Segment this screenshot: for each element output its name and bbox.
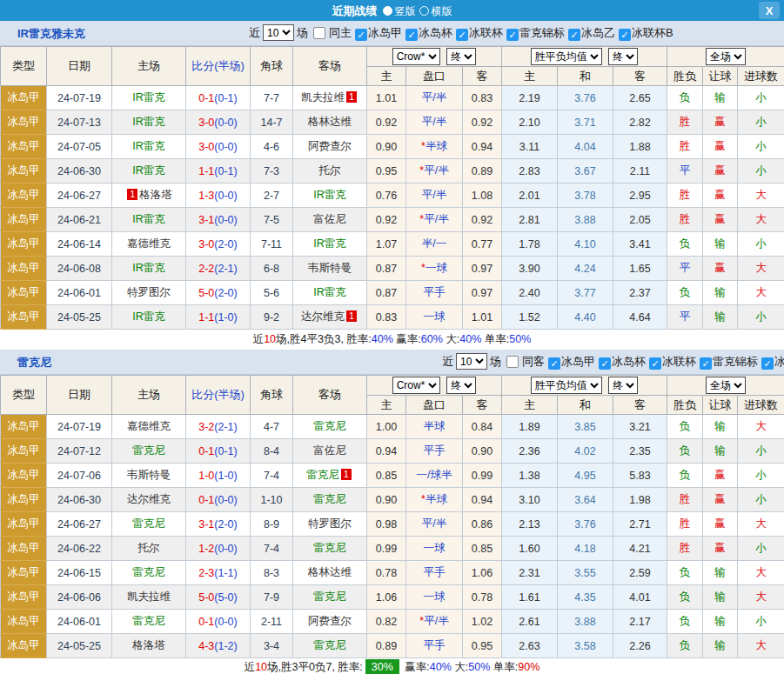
cell-eu-home: 2.10 [502, 110, 558, 135]
radio-unselected-icon[interactable] [419, 6, 429, 16]
cell-date: 24-06-27 [47, 184, 112, 208]
europe-type-select[interactable]: 胜平负均值 [531, 377, 602, 394]
europe-type-select[interactable]: 胜平负均值 [531, 48, 602, 65]
cell-home-team: IR雷克 [112, 86, 186, 110]
cell-handicap: 平手 [406, 281, 463, 305]
cell-handicap: 半球 [406, 415, 463, 439]
league-checkbox[interactable]: ✓ [599, 357, 611, 370]
cell-ah-home: 0.76 [367, 184, 406, 208]
league-checkbox[interactable]: ✓ [619, 29, 631, 41]
league-label[interactable]: 冰岛甲 [561, 355, 595, 368]
league-checkbox[interactable]: ✓ [355, 29, 367, 41]
close-button[interactable]: X [759, 2, 780, 19]
radio-horizontal-label[interactable]: 横版 [432, 5, 452, 17]
league-checkbox[interactable]: ✓ [761, 357, 774, 370]
europe-stage-select[interactable]: 终 [608, 377, 638, 394]
league-label[interactable]: 雷克锦标 [519, 26, 565, 39]
scope-select[interactable]: 全场 [706, 377, 746, 394]
cell-away-team: 雷克尼 [293, 415, 367, 439]
league-filter-item: ✓冰岛超 [761, 355, 784, 368]
cell-eu-home: 1.78 [502, 232, 558, 257]
league-label[interactable]: 冰岛杯 [612, 355, 646, 368]
cell-score: 3-2(2-1) [186, 415, 251, 439]
europe-odds-controls: 胜平负均值 终 [502, 376, 667, 396]
col-handicap: 盘口 [406, 67, 463, 86]
company-select[interactable]: Crow* [392, 48, 440, 65]
cell-home-team: 雷克尼 [112, 561, 186, 585]
cell-league-type: 冰岛甲 [1, 464, 47, 488]
cell-goals: 小 [738, 135, 784, 159]
same-away-label[interactable]: 同客 [522, 354, 545, 370]
cell-league-type: 冰岛甲 [1, 281, 47, 305]
matches-table-1: 类型 日期 主场 比分(半场) 角球 客场 Crow* 终 胜平负均值 终 [0, 46, 784, 330]
cell-ah-away: 0.97 [463, 281, 502, 305]
league-checkbox[interactable]: ✓ [649, 357, 661, 370]
cell-corner: 7-5 [251, 208, 293, 232]
league-checkbox[interactable]: ✓ [456, 29, 468, 41]
team1-filters: 近 10 场 同主 ✓冰岛甲✓冰岛杯✓冰联杯✓雷克锦标✓冰岛乙✓冰联杯B [249, 24, 673, 41]
league-checkbox[interactable]: ✓ [506, 29, 519, 41]
cell-handicap: *一球 [406, 257, 463, 281]
asian-stage-select[interactable]: 终 [446, 377, 476, 394]
cell-date: 24-07-19 [47, 86, 112, 110]
cell-league-type: 冰岛甲 [1, 305, 47, 330]
league-label[interactable]: 冰岛乙 [581, 26, 615, 39]
cell-eu-draw: 4.04 [558, 135, 613, 159]
league-checkbox[interactable]: ✓ [568, 29, 580, 41]
cell-eu-draw: 3.64 [558, 488, 613, 512]
cell-eu-home: 1.60 [502, 537, 558, 561]
cell-eu-home: 1.52 [502, 305, 558, 330]
cell-ah-home: 0.89 [367, 634, 406, 658]
col-goals: 进球数 [738, 396, 784, 415]
cell-ah-home: 0.92 [367, 208, 406, 232]
radio-vertical-label[interactable]: 竖版 [395, 5, 416, 17]
league-checkbox[interactable]: ✓ [548, 357, 560, 370]
cell-goals: 大 [738, 415, 784, 439]
title-bar: 近期战绩竖版横版 X [0, 0, 784, 21]
scope-controls: 全场 [667, 47, 784, 67]
cell-eu-draw: 3.78 [558, 184, 613, 208]
cell-eu-away: 2.82 [613, 110, 667, 135]
section-team-2: 雷克尼 近 10 场 同客 ✓冰岛甲✓冰岛杯✓冰联杯✓雷克锦标✓冰岛超 类型 日… [0, 350, 784, 674]
match-row: 冰岛甲24-07-06韦斯特曼1-0(1-0)7-4雷克尼10.85一/球半0.… [1, 464, 784, 488]
asian-odds-controls: Crow* 终 [367, 47, 502, 67]
europe-stage-select[interactable]: 终 [608, 48, 638, 65]
cell-score: 1-3(0-0) [186, 184, 251, 208]
same-away-checkbox[interactable] [506, 356, 519, 368]
cell-eu-away: 2.05 [613, 208, 667, 232]
company-select[interactable]: Crow* [392, 377, 440, 394]
cell-eu-draw: 3.76 [558, 512, 613, 537]
cell-goals: 小 [738, 610, 784, 634]
league-label[interactable]: 冰联杯 [662, 355, 696, 368]
cell-ah-home: 0.94 [367, 439, 406, 464]
recent-count-select[interactable]: 10 [456, 353, 487, 370]
league-label[interactable]: 冰岛超 [774, 355, 784, 368]
cell-eu-draw: 3.76 [558, 86, 613, 110]
league-label[interactable]: 雷克锦标 [713, 355, 758, 368]
league-filter-item: ✓雷克锦标 [506, 26, 565, 39]
cell-date: 24-06-15 [47, 561, 112, 585]
same-home-checkbox[interactable] [313, 27, 325, 39]
cell-ah-home: 0.83 [367, 305, 406, 330]
league-label[interactable]: 冰岛杯 [419, 26, 452, 39]
col-eu-draw: 和 [558, 67, 613, 86]
recent-count-select[interactable]: 10 [263, 24, 294, 41]
cell-eu-draw: 4.35 [558, 585, 613, 610]
cell-ah-away: 0.99 [463, 464, 502, 488]
league-checkbox[interactable]: ✓ [405, 29, 418, 41]
scope-select[interactable]: 全场 [706, 48, 746, 65]
league-checkbox[interactable]: ✓ [700, 357, 712, 370]
cell-result: 胜 [667, 184, 703, 208]
league-label[interactable]: 冰岛甲 [368, 26, 402, 39]
team1-filter-bar: IR雷克雅未克 近 10 场 同主 ✓冰岛甲✓冰岛杯✓冰联杯✓雷克锦标✓冰岛乙✓… [0, 21, 784, 46]
col-score: 比分(半场) [186, 376, 251, 415]
cell-league-type: 冰岛甲 [1, 561, 47, 585]
league-label[interactable]: 冰联杯B [632, 26, 673, 39]
same-home-label[interactable]: 同主 [329, 25, 352, 41]
asian-stage-select[interactable]: 终 [446, 48, 476, 65]
cell-letball: 赢 [703, 208, 738, 232]
cell-handicap: 一球 [406, 537, 463, 561]
match-row: 冰岛甲24-05-25IR雷克1-1(1-0)9-2达尔维克10.83一球1.0… [1, 305, 784, 330]
radio-selected-icon[interactable] [383, 6, 392, 16]
league-label[interactable]: 冰联杯 [469, 26, 503, 39]
